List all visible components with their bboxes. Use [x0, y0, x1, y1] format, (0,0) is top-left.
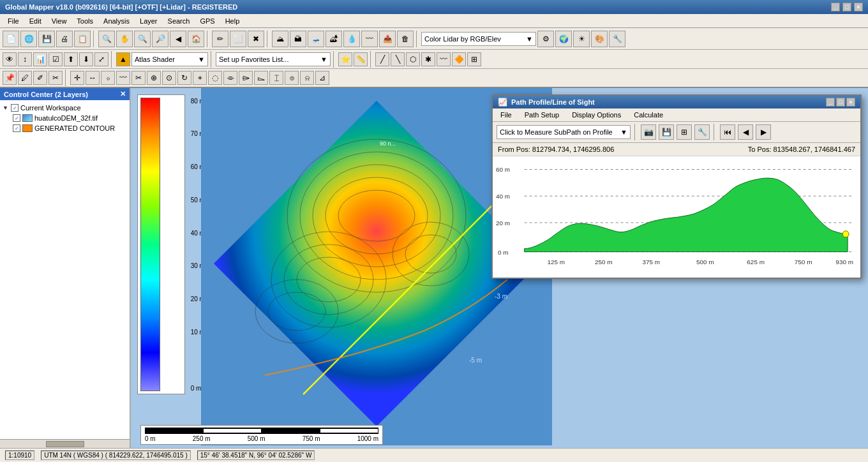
pp-camera-btn[interactable]: 📷 [641, 124, 656, 140]
menu-layer[interactable]: Layer [135, 16, 163, 26]
digitize6-btn[interactable]: ⌲ [239, 71, 253, 85]
favorites-dropdown[interactable]: Set up Favorites List... ▼ [216, 52, 331, 66]
export2-btn[interactable]: 📤 [379, 31, 396, 47]
digitize5-btn[interactable]: ⌯ [223, 71, 237, 85]
water-btn[interactable]: 💧 [343, 31, 360, 47]
terrain4-btn[interactable]: 🏕 [326, 31, 342, 47]
vector6-btn[interactable]: 🔶 [452, 52, 466, 66]
pp-nav-next-btn[interactable]: ▶ [756, 124, 771, 140]
vector7-btn[interactable]: ⊞ [467, 52, 481, 66]
lidar-sun-btn[interactable]: ☀ [573, 31, 590, 47]
delete-btn[interactable]: ✖ [248, 31, 264, 47]
measure-btn[interactable]: 📏 [354, 52, 368, 66]
pp-menu-file[interactable]: File [495, 110, 517, 120]
workspace-checkbox[interactable] [11, 104, 19, 112]
shader-icon[interactable]: ▲ [116, 52, 130, 66]
pp-maximize-btn[interactable]: □ [836, 98, 845, 107]
layer-expand-btn[interactable]: ⤢ [94, 52, 108, 66]
digitize7-btn[interactable]: ⌳ [254, 71, 268, 85]
rect-btn[interactable]: ⬜ [230, 31, 246, 47]
merge-btn[interactable]: ⊕ [147, 71, 161, 85]
select-btn[interactable]: ⌖ [193, 71, 207, 85]
contour-btn[interactable]: 〰 [361, 31, 378, 47]
transform-btn[interactable]: ↔ [86, 71, 100, 85]
vector4-btn[interactable]: ✱ [421, 52, 435, 66]
terrain-btn[interactable]: ⛰ [272, 31, 288, 47]
lidar-settings-btn[interactable]: ⚙ [537, 31, 554, 47]
new-btn[interactable]: 📄 [3, 31, 19, 47]
menu-gps[interactable]: GPS [195, 16, 220, 26]
pp-minimize-btn[interactable]: _ [826, 98, 835, 107]
vector5-btn[interactable]: 〰 [437, 52, 451, 66]
scroll-thumb[interactable] [46, 441, 84, 447]
zoom-in-btn[interactable]: 🔍 [134, 31, 151, 47]
menu-analysis[interactable]: Analysis [98, 16, 135, 26]
layer-check-btn[interactable]: ☑ [49, 52, 63, 66]
zoom-win-btn[interactable]: 🔍 [98, 31, 115, 47]
control-center-hscroll[interactable] [0, 439, 130, 448]
shader-dropdown[interactable]: Atlas Shader ▼ [131, 52, 208, 66]
digitize2-btn[interactable]: 🖊 [18, 71, 32, 85]
delete2-btn[interactable]: 🗑 [397, 31, 414, 47]
pp-menu-pathsetup[interactable]: Path Setup [520, 110, 564, 120]
layer-vis-btn[interactable]: 👁 [3, 52, 17, 66]
lidar-filter-btn[interactable]: 🔧 [609, 31, 625, 47]
menu-edit[interactable]: Edit [24, 16, 47, 26]
layer-order-btn[interactable]: ↕ [18, 52, 32, 66]
zoom-home-btn[interactable]: 🏠 [188, 31, 204, 47]
node-btn[interactable]: ⬦ [101, 71, 115, 85]
layer-up-btn[interactable]: ⬆ [64, 52, 78, 66]
pan-btn[interactable]: ✋ [116, 31, 133, 47]
layer-props-btn[interactable]: 📊 [33, 52, 47, 66]
pp-menu-calculate[interactable]: Calculate [629, 110, 668, 120]
path-chart[interactable]: 60 m 40 m 20 m 0 m 125 m 250 m 375 m 500… [493, 156, 860, 278]
close-button[interactable]: × [854, 3, 863, 11]
export-btn[interactable]: 📋 [74, 31, 91, 47]
open-btn[interactable]: 🌐 [20, 31, 37, 47]
menu-help[interactable]: Help [220, 16, 245, 26]
print-btn[interactable]: 🖨 [56, 31, 73, 47]
zoom-back-btn[interactable]: ◀ [170, 31, 186, 47]
pp-close-btn[interactable]: × [846, 98, 855, 107]
pp-nav-prev-btn[interactable]: ◀ [738, 124, 753, 140]
save-btn[interactable]: 💾 [38, 31, 55, 47]
terrain2-btn[interactable]: 🏔 [290, 31, 306, 47]
digitize10-btn[interactable]: ⍾ [300, 71, 314, 85]
map-area[interactable]: 80 m 70 m 60 m 50 m 40 m 30 m 20 m 10 m … [131, 88, 868, 448]
menu-view[interactable]: View [47, 16, 72, 26]
pp-settings-btn[interactable]: 🔧 [694, 124, 710, 140]
maximize-button[interactable]: □ [842, 3, 851, 11]
layer-vector-checkbox[interactable] [13, 124, 20, 132]
pp-submeasure-dropdown[interactable]: Click to Measure SubPath on Profile ▼ [497, 125, 631, 139]
rotate-btn[interactable]: ↻ [177, 71, 191, 85]
lidar-dropdown[interactable]: Color Lidar by RGB/Elev ▼ [421, 32, 536, 46]
pp-save-btn[interactable]: 💾 [659, 124, 674, 140]
smooth-btn[interactable]: 〰 [116, 71, 130, 85]
terrain3-btn[interactable]: 🗻 [308, 31, 324, 47]
bookmark-btn[interactable]: ⭐ [338, 52, 352, 66]
menu-tools[interactable]: Tools [71, 16, 98, 26]
layer-raster-checkbox[interactable] [13, 114, 20, 122]
layer-dn-btn[interactable]: ⬇ [79, 52, 93, 66]
vector1-btn[interactable]: ╱ [375, 52, 389, 66]
split-btn[interactable]: ✂ [131, 71, 146, 85]
digitize1-btn[interactable]: 📌 [3, 71, 17, 85]
zoom-out-btn[interactable]: 🔎 [152, 31, 168, 47]
vector2-btn[interactable]: ╲ [391, 52, 405, 66]
menu-file[interactable]: File [3, 16, 24, 26]
pp-menu-display[interactable]: Display Options [567, 110, 626, 120]
lidar-color-btn[interactable]: 🎨 [591, 31, 608, 47]
expand-icon[interactable]: ▼ [3, 105, 9, 111]
menu-search[interactable]: Search [163, 16, 195, 26]
minimize-button[interactable]: _ [831, 3, 840, 11]
digitize11-btn[interactable]: ⊿ [315, 71, 329, 85]
digitize3-btn[interactable]: ✐ [33, 71, 47, 85]
vector3-btn[interactable]: ⬡ [406, 52, 420, 66]
digitize8-btn[interactable]: ⌶ [269, 71, 283, 85]
lidar-globe-btn[interactable]: 🌍 [555, 31, 572, 47]
draw-btn[interactable]: ✏ [212, 31, 228, 47]
digitize9-btn[interactable]: ⌾ [285, 71, 299, 85]
pp-grid-btn[interactable]: ⊞ [677, 124, 692, 140]
pp-nav-start-btn[interactable]: ⏮ [720, 124, 735, 140]
buffer-btn[interactable]: ⊙ [162, 71, 176, 85]
